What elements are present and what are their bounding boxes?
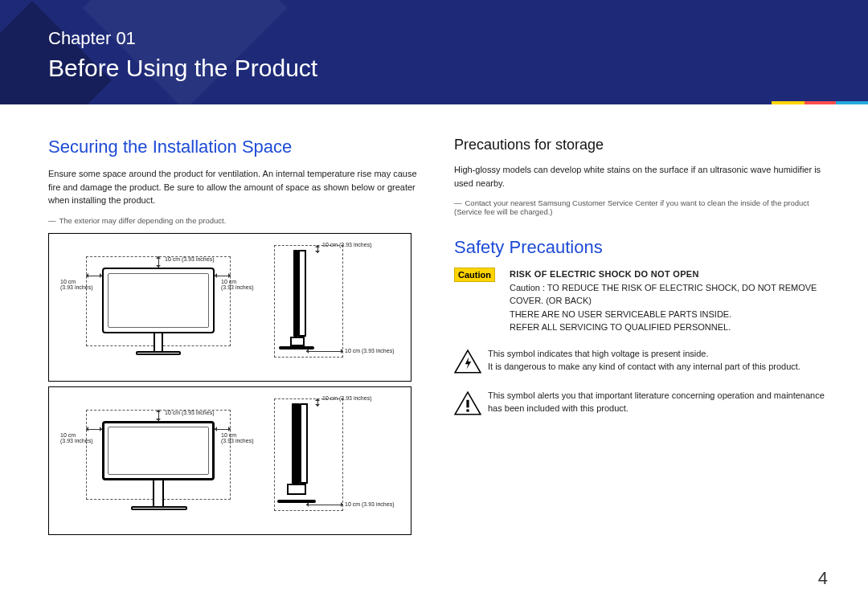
installation-heading: Securing the Installation Space [48,137,422,157]
dim2-right: 10 cm (3.93 inches) [221,432,253,444]
dim2-top: 10 cm (3.93 inches) [165,410,214,416]
dim-left: 10 cm (3.93 inches) [60,279,92,291]
page-number: 4 [818,568,828,589]
caution-block: Caution RISK OF ELECTRIC SHOCK DO NOT OP… [454,268,828,334]
hv-symbol-row: This symbol indicates that high voltage … [454,347,828,376]
svg-rect-1 [466,409,469,411]
high-voltage-icon [454,347,488,376]
dim2-side-right: 10 cm (3.93 inches) [345,501,394,508]
caution-title: RISK OF ELECTRIC SHOCK DO NOT OPEN [510,269,699,279]
dim2-side-top: 10 cm (3.93 inches) [322,395,371,402]
info-symbol-text: This symbol alerts you that important li… [488,389,828,415]
dim-right: 10 cm (3.93 inches) [221,279,253,291]
clearance-diagram-2: 10 cm (3.93 inches) 10 cm (3.93 inches) … [48,386,411,535]
chapter-banner: Chapter 01 Before Using the Product [0,0,868,104]
safety-heading: Safety Precautions [454,237,828,258]
installation-text: Ensure some space around the product for… [48,167,422,207]
caution-label: Caution [454,268,495,282]
dim-side-right: 10 cm (3.93 inches) [345,348,394,354]
installation-note: The exterior may differ depending on the… [48,216,422,225]
caution-body: Caution : TO REDUCE THE RISK OF ELECTRIC… [510,283,817,333]
banner-accent-stripe [772,101,868,104]
storage-note: Contact your nearest Samsung Customer Se… [454,198,828,216]
banner-decorative-bg [0,0,868,104]
chapter-label: Chapter 01 [48,28,136,49]
left-column: Securing the Installation Space Ensure s… [48,137,422,540]
clearance-diagrams: 10 cm (3.93 inches) 10 cm (3.93 inches) … [48,233,422,535]
storage-text: High-glossy models can develop white sta… [454,163,828,190]
dim-side-top: 10 cm (3.93 inches) [322,242,371,248]
svg-rect-0 [466,399,469,407]
dim2-left: 10 cm (3.93 inches) [60,432,92,444]
info-symbol-row: This symbol alerts you that important li… [454,389,828,418]
right-column: Precautions for storage High-glossy mode… [454,137,828,540]
clearance-diagram-1: 10 cm (3.93 inches) 10 cm (3.93 inches) … [48,233,411,382]
chapter-title: Before Using the Product [48,55,317,82]
hv-symbol-text: This symbol indicates that high voltage … [488,347,828,374]
dim-top: 10 cm (3.93 inches) [165,256,214,263]
warning-info-icon [454,389,488,418]
storage-heading: Precautions for storage [454,137,828,153]
